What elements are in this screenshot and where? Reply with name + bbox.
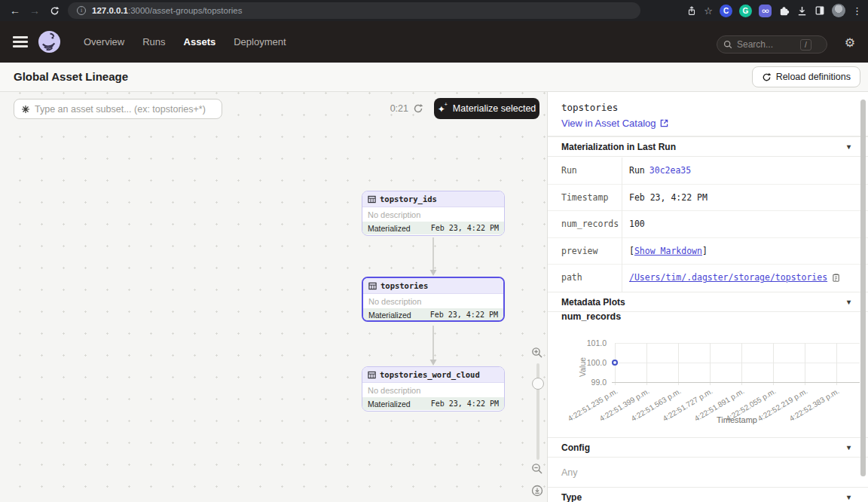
asset-graph-canvas[interactable]: 0:21 ✦+ Materialize selected topstory_id…	[0, 92, 547, 502]
y-tick: 100.0	[572, 358, 607, 367]
y-tick: 101.0	[572, 338, 607, 347]
reader-mode-icon[interactable]	[815, 5, 825, 16]
asset-filter-input[interactable]	[35, 104, 208, 115]
asset-node-topstories-word-cloud[interactable]: topstories_word_cloud No description Mat…	[362, 366, 505, 412]
app-navbar: Overview Runs Assets Deployment / ⚙	[0, 21, 868, 63]
reload-definitions-button[interactable]: Reload definitions	[752, 66, 860, 87]
grammarly-extension-icon[interactable]: G	[739, 5, 752, 17]
refresh-icon	[762, 72, 772, 82]
edge-topstories-to-word-cloud	[429, 326, 438, 366]
asset-node-name: topstories	[381, 281, 428, 290]
hamburger-menu-icon[interactable]	[13, 36, 28, 47]
section-metadata-plots: Metadata Plots ▾	[548, 292, 868, 312]
slash-shortcut-badge: /	[800, 39, 811, 51]
run-id-link[interactable]: 30c2ea35	[649, 158, 691, 185]
downloads-icon[interactable]	[796, 5, 808, 17]
browser-menu-icon[interactable]: ⋮	[852, 5, 862, 17]
asset-details-panel: topstories View in Asset Catalog Materia…	[547, 92, 868, 502]
edge-topstory-ids-to-topstories	[429, 237, 438, 277]
asset-node-topstory-ids[interactable]: topstory_ids No description Materialized…	[362, 191, 505, 236]
browser-profile-avatar[interactable]	[832, 4, 845, 17]
table-row-run: Run Run30c2ea35	[548, 158, 868, 185]
copy-icon[interactable]	[832, 274, 841, 283]
nav-item-deployment[interactable]: Deployment	[234, 36, 286, 47]
collapse-caret-icon[interactable]: ▾	[847, 298, 851, 306]
nav-item-overview[interactable]: Overview	[84, 36, 124, 47]
asset-table-icon	[368, 195, 376, 204]
browser-forward-icon[interactable]: →	[26, 0, 44, 21]
asset-node-timestamp: Feb 23, 4:22 PM	[431, 224, 499, 232]
x-axis-label: Timestamp	[665, 415, 808, 424]
config-value: Any	[561, 467, 578, 478]
asset-node-description: No description	[363, 294, 503, 308]
browser-chrome: ← → i 127.0.0.1:3000/asset-groups/topsto…	[0, 0, 868, 21]
bookmark-star-icon[interactable]: ☆	[704, 5, 713, 17]
asset-node-name: topstory_ids	[380, 194, 437, 204]
address-bar[interactable]: i 127.0.0.1:3000/asset-groups/topstories	[68, 2, 640, 19]
nav-item-assets[interactable]: Assets	[184, 36, 216, 47]
collapse-caret-icon[interactable]: ▾	[847, 443, 851, 451]
show-markdown-link[interactable]: Show Markdown	[634, 238, 702, 265]
asset-node-status: Materialized	[368, 224, 411, 233]
browser-reload-icon[interactable]	[45, 0, 63, 21]
zoom-slider-handle[interactable]	[532, 378, 544, 390]
data-point	[612, 360, 618, 366]
view-in-asset-catalog-link[interactable]: View in Asset Catalog	[561, 118, 668, 129]
nav-item-runs[interactable]: Runs	[142, 36, 165, 47]
search-icon	[723, 40, 732, 49]
asset-node-name: topstories_word_cloud	[380, 370, 480, 379]
asset-subset-icon	[21, 105, 30, 114]
glasses-extension-icon[interactable]	[759, 5, 772, 17]
fit-view-icon[interactable]	[531, 485, 543, 497]
asset-node-description: No description	[362, 207, 504, 222]
table-row-timestamp: Timestamp Feb 23, 4:22 PM	[548, 185, 868, 212]
refresh-timer: 0:21	[386, 99, 408, 119]
selected-asset-name: topstories	[561, 102, 618, 113]
zoom-out-icon[interactable]	[531, 463, 543, 475]
table-row-preview: preview [Show Markdown]	[548, 238, 868, 265]
asset-node-status: Materialized	[368, 399, 411, 409]
site-info-icon[interactable]: i	[77, 6, 86, 15]
password-manager-extension-icon[interactable]: C	[720, 5, 732, 17]
extensions-puzzle-icon[interactable]	[778, 5, 790, 17]
collapse-caret-icon[interactable]: ▾	[847, 142, 851, 151]
graph-refresh-icon[interactable]	[413, 103, 423, 114]
page-header: Global Asset Lineage Reload definitions	[0, 63, 868, 92]
asset-node-status: Materialized	[368, 311, 411, 320]
asset-node-description: No description	[362, 383, 504, 397]
section-type: Type ▾	[548, 487, 868, 502]
y-tick: 99.0	[572, 378, 607, 387]
plot-title: num_records	[561, 311, 621, 322]
share-icon[interactable]	[686, 5, 697, 17]
asset-node-timestamp: Feb 23, 4:22 PM	[431, 399, 499, 408]
sparkle-icon: ✦+	[438, 103, 448, 114]
browser-back-icon[interactable]: ←	[6, 0, 24, 21]
asset-filter-input-wrapper	[14, 99, 222, 119]
settings-gear-icon[interactable]: ⚙	[845, 35, 855, 50]
materialization-metadata-table: Run Run30c2ea35 Timestamp Feb 23, 4:22 P…	[548, 158, 868, 292]
search-input[interactable]	[737, 39, 796, 50]
page-title: Global Asset Lineage	[14, 70, 128, 83]
dagster-logo[interactable]	[38, 30, 61, 54]
asset-table-icon	[368, 371, 376, 379]
table-row-num-records: num_records 100	[548, 211, 868, 238]
table-row-path: path /Users/tim/.dagster/storage/topstor…	[548, 265, 868, 292]
url-text: 127.0.0.1:3000/asset-groups/topstories	[92, 6, 242, 15]
materialize-selected-button[interactable]: ✦+ Materialize selected	[434, 98, 539, 119]
asset-node-timestamp: Feb 23, 4:22 PM	[430, 311, 498, 319]
zoom-in-icon[interactable]	[531, 347, 543, 359]
section-materialization-last-run: Materialization in Last Run ▾	[548, 136, 868, 157]
asset-table-icon	[368, 282, 377, 290]
asset-node-topstories[interactable]: topstories No description Materialized F…	[362, 277, 505, 322]
section-config: Config ▾	[548, 437, 868, 458]
path-link[interactable]: /Users/tim/.dagster/storage/topstories	[629, 265, 827, 292]
global-search[interactable]: /	[717, 35, 827, 54]
external-link-icon	[660, 119, 668, 127]
collapse-caret-icon[interactable]: ▾	[847, 493, 851, 501]
panel-scrollbar[interactable]	[860, 99, 866, 476]
